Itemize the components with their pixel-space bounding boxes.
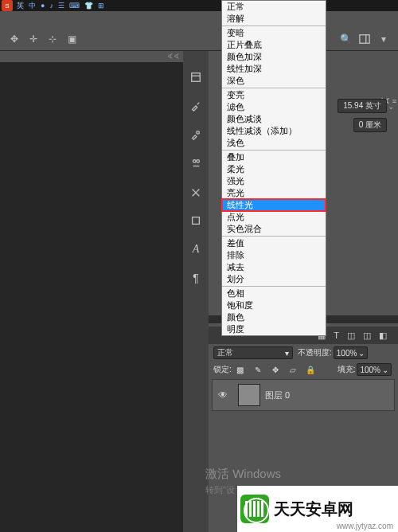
layer-thumbnail[interactable]: [238, 384, 260, 406]
ime-item-1[interactable]: ●: [41, 2, 45, 10]
svg-rect-0: [360, 34, 369, 43]
collapsed-panel-strip: A ¶: [183, 51, 209, 532]
video-icon[interactable]: ▣: [65, 33, 78, 45]
app-menubar: [0, 11, 398, 27]
menu-separator: [222, 236, 326, 237]
lock-all-icon[interactable]: 🔒: [305, 366, 316, 374]
layer-name[interactable]: 图层 0: [265, 389, 290, 401]
search-icon[interactable]: 🔍: [339, 33, 352, 45]
ime-item-0[interactable]: 中: [29, 1, 36, 11]
navigator-panel-icon[interactable]: [185, 210, 206, 231]
crosshair-icon[interactable]: ✛: [27, 33, 40, 45]
blend-darker-color[interactable]: 深色: [222, 75, 326, 87]
align-icon[interactable]: ⊹: [46, 33, 59, 45]
character-panel-icon[interactable]: A: [185, 239, 206, 260]
blend-overlay[interactable]: 叠加: [222, 151, 326, 163]
tool-presets-panel-icon[interactable]: [185, 182, 206, 202]
opacity-value: 100%: [337, 349, 357, 358]
blend-color[interactable]: 颜色: [222, 311, 326, 323]
ime-bar: S 英 中 ● ♪ ☰ ⌨ 👕 ⊞: [0, 0, 398, 11]
fill-value: 100%: [360, 366, 380, 374]
panel-collapse-icon[interactable]: ∢∢: [167, 53, 180, 61]
blend-linear-light[interactable]: 线性光: [222, 199, 326, 211]
blend-mode-menu[interactable]: 正常 溶解 变暗 正片叠底 颜色加深 线性加深 深色 变亮 滤色 颜色减淡 线性…: [221, 0, 326, 336]
fill-label: 填充:: [338, 364, 356, 375]
blend-exclusion[interactable]: 排除: [222, 249, 326, 261]
menu-separator: [222, 25, 326, 26]
blend-linear-dodge[interactable]: 线性减淡（添加）: [222, 125, 326, 137]
site-logo-icon: [240, 495, 269, 523]
dimension-offset[interactable]: 0 厘米: [353, 118, 387, 132]
blend-color-dodge[interactable]: 颜色减淡: [222, 113, 326, 125]
blend-vivid-light[interactable]: 亮光: [222, 187, 326, 199]
blend-divide[interactable]: 划分: [222, 273, 326, 285]
blend-hard-mix[interactable]: 实色混合: [222, 223, 326, 235]
hand-tool-icon[interactable]: ✥: [8, 33, 21, 45]
ime-item-2[interactable]: ♪: [49, 2, 53, 10]
blend-lighter-color[interactable]: 浅色: [222, 137, 326, 149]
filter-toggle-icon[interactable]: ◧: [379, 331, 387, 341]
clone-source-panel-icon[interactable]: [185, 153, 206, 174]
blend-difference[interactable]: 差值: [222, 237, 326, 249]
blend-color-burn[interactable]: 颜色加深: [222, 51, 326, 63]
chevron-down-icon[interactable]: ⌄: [387, 102, 395, 111]
blend-pin-light[interactable]: 点光: [222, 211, 326, 223]
blend-hard-light[interactable]: 强光: [222, 175, 326, 187]
filter-smart-icon[interactable]: ◫: [363, 331, 371, 341]
opacity-field[interactable]: 100%⌄: [334, 346, 369, 359]
brush-panel-icon[interactable]: [185, 96, 206, 116]
layers-panel: ▦ T ◫ ◫ ◧ 正常▾ 不透明度: 100%⌄ 锁定: ▩ ✎ ✥ ▱ 🔒 …: [209, 327, 398, 413]
blend-normal[interactable]: 正常: [222, 1, 326, 13]
blend-hue[interactable]: 色相: [222, 288, 326, 299]
menu-separator: [222, 150, 326, 151]
ime-item-6[interactable]: ⊞: [98, 2, 104, 10]
ime-logo-icon: S: [2, 0, 13, 11]
svg-point-5: [197, 160, 200, 163]
lock-pixels-icon[interactable]: ▩: [235, 366, 246, 374]
blend-multiply[interactable]: 正片叠底: [222, 39, 326, 51]
history-panel-icon[interactable]: [185, 67, 206, 88]
blend-screen[interactable]: 滤色: [222, 101, 326, 113]
filter-shape-icon[interactable]: ◫: [347, 331, 355, 341]
blend-saturation[interactable]: 饱和度: [222, 299, 326, 311]
menu-separator: [222, 88, 326, 88]
lock-label: 锁定:: [213, 364, 232, 375]
lock-paint-icon[interactable]: ✎: [252, 366, 263, 374]
filter-type-icon[interactable]: T: [334, 331, 339, 340]
windows-activation-watermark: 激活 Windows: [205, 467, 281, 482]
opacity-label: 不透明度:: [298, 347, 332, 358]
blend-subtract[interactable]: 减去: [222, 261, 326, 273]
blend-luminosity[interactable]: 明度: [222, 323, 326, 335]
workspace-switcher-icon[interactable]: [358, 33, 371, 45]
layer-row[interactable]: 👁 图层 0: [212, 379, 395, 411]
blend-soft-light[interactable]: 柔光: [222, 163, 326, 175]
visibility-toggle-icon[interactable]: 👁: [213, 389, 233, 401]
ime-item-5[interactable]: 👕: [84, 2, 93, 10]
options-toolbar: ✥ ✛ ⊹ ▣ 🔍 ▾: [0, 27, 398, 51]
chevron-down-icon: ⌄: [358, 349, 365, 358]
blend-mode-select[interactable]: 正常▾: [213, 346, 293, 359]
blend-linear-burn[interactable]: 线性加深: [222, 63, 326, 75]
ime-item-3[interactable]: ☰: [58, 2, 64, 10]
svg-point-3: [197, 131, 200, 135]
ime-item-4[interactable]: ⌨: [69, 2, 80, 10]
blend-mode-value: 正常: [217, 347, 233, 358]
blend-darken[interactable]: 变暗: [222, 27, 326, 39]
blend-dissolve[interactable]: 溶解: [222, 13, 326, 25]
lock-position-icon[interactable]: ✥: [270, 366, 281, 374]
fill-field[interactable]: 100%⌄: [357, 363, 392, 376]
site-watermark: 天天安卓网 www.jytyaz.com: [237, 486, 398, 532]
paragraph-panel-icon[interactable]: ¶: [185, 268, 206, 288]
lock-artboard-icon[interactable]: ▱: [287, 366, 298, 374]
windows-activation-subtext: 转到"设: [205, 484, 235, 496]
document-canvas[interactable]: ∢∢: [0, 51, 183, 532]
menu-separator: [222, 286, 326, 287]
chevron-down-icon: ▾: [285, 349, 289, 358]
lock-fill-row: 锁定: ▩ ✎ ✥ ▱ 🔒 填充: 100%⌄: [209, 362, 398, 377]
brush-settings-panel-icon[interactable]: [185, 124, 206, 145]
dimension-width[interactable]: 15.94 英寸: [338, 99, 387, 113]
ime-lang[interactable]: 英: [17, 1, 24, 11]
svg-rect-6: [193, 217, 200, 225]
blend-lighten[interactable]: 变亮: [222, 89, 326, 101]
chevron-down-icon[interactable]: ▾: [377, 33, 390, 45]
